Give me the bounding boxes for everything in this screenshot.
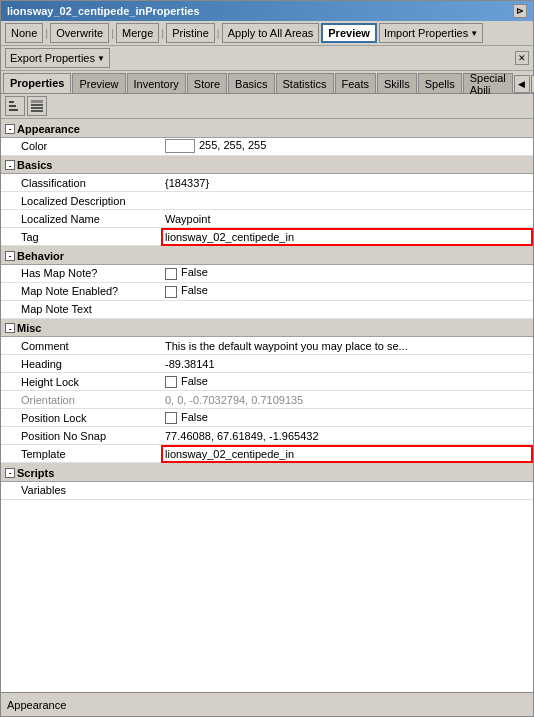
status-bar: Appearance xyxy=(1,692,533,716)
prop-value[interactable]: lionsway_02_centipede_in xyxy=(161,445,533,463)
prop-value[interactable]: False xyxy=(161,373,533,391)
prop-value[interactable]: 255, 255, 255 xyxy=(161,137,533,155)
tab-skills[interactable]: Skills xyxy=(377,73,417,93)
prop-name: Localized Name xyxy=(1,210,161,228)
section-toggle-appearance[interactable]: - Appearance xyxy=(5,123,80,135)
section-toggle-basics[interactable]: - Basics xyxy=(5,159,52,171)
prop-value[interactable] xyxy=(161,481,533,499)
table-row: Heading-89.38141 xyxy=(1,355,533,373)
svg-rect-6 xyxy=(31,110,43,112)
import-properties-button[interactable]: Import Properties ▼ xyxy=(379,23,483,43)
prop-value[interactable]: -89.38141 xyxy=(161,355,533,373)
prop-name: Comment xyxy=(1,337,161,355)
prop-value[interactable]: False xyxy=(161,282,533,300)
prop-name: Template xyxy=(1,445,161,463)
prop-name: Has Map Note? xyxy=(1,264,161,282)
tab-inventory[interactable]: Inventory xyxy=(127,73,186,93)
prop-value[interactable]: False xyxy=(161,409,533,427)
prop-name: Position No Snap xyxy=(1,427,161,445)
tab-special[interactable]: Special Abili xyxy=(463,73,513,93)
prop-value[interactable]: lionsway_02_centipede_in xyxy=(161,228,533,246)
checkbox[interactable] xyxy=(165,412,177,424)
prop-value[interactable]: This is the default waypoint you may pla… xyxy=(161,337,533,355)
section-toggle-behavior[interactable]: - Behavior xyxy=(5,250,64,262)
pristine-button[interactable]: Pristine xyxy=(166,23,215,43)
prop-value[interactable]: Waypoint xyxy=(161,210,533,228)
section-toggle-scripts[interactable]: - Scripts xyxy=(5,467,54,479)
svg-rect-4 xyxy=(31,104,43,106)
table-row: Map Note Text xyxy=(1,300,533,318)
pin-button[interactable]: ⊳ xyxy=(513,4,527,18)
tab-properties[interactable]: Properties xyxy=(3,73,71,93)
toggle-box: - xyxy=(5,251,15,261)
prop-name: Color xyxy=(1,137,161,155)
svg-rect-2 xyxy=(9,109,18,111)
prop-value[interactable] xyxy=(161,300,533,318)
tab-prev-button[interactable]: ◀ xyxy=(514,75,530,93)
prop-name: Position Lock xyxy=(1,409,161,427)
tab-feats[interactable]: Feats xyxy=(335,73,377,93)
sort-alpha-icon xyxy=(8,99,22,113)
checkbox[interactable] xyxy=(165,268,177,280)
export-properties-button[interactable]: Export Properties ▼ xyxy=(5,48,110,68)
sep3: | xyxy=(161,27,164,39)
svg-rect-3 xyxy=(31,100,43,103)
sort-category-button[interactable] xyxy=(27,96,47,116)
svg-rect-0 xyxy=(9,101,14,103)
toggle-box: - xyxy=(5,468,15,478)
tab-preview[interactable]: Preview xyxy=(72,73,125,93)
table-row: Map Note Enabled?False xyxy=(1,282,533,300)
table-row: Height LockFalse xyxy=(1,373,533,391)
toggle-box: - xyxy=(5,160,15,170)
table-row: Orientation0, 0, -0.7032794, 0.7109135 xyxy=(1,391,533,409)
import-arrow: ▼ xyxy=(470,29,478,38)
sep4: | xyxy=(217,27,220,39)
apply-all-button[interactable]: Apply to All Areas xyxy=(222,23,320,43)
color-swatch[interactable] xyxy=(165,139,195,153)
table-row: Color255, 255, 255 xyxy=(1,137,533,155)
section-header-behavior: - Behavior xyxy=(1,246,533,265)
sep2: | xyxy=(111,27,114,39)
title-bar-buttons: ⊳ xyxy=(513,4,527,18)
sep1: | xyxy=(45,27,48,39)
section-toggle-misc[interactable]: - Misc xyxy=(5,322,41,334)
merge-button[interactable]: Merge xyxy=(116,23,159,43)
tab-statistics[interactable]: Statistics xyxy=(276,73,334,93)
checkbox[interactable] xyxy=(165,376,177,388)
preview-button[interactable]: Preview xyxy=(321,23,377,43)
tab-basics[interactable]: Basics xyxy=(228,73,274,93)
table-row: Variables xyxy=(1,481,533,499)
prop-name: Heading xyxy=(1,355,161,373)
prop-name: Localized Description xyxy=(1,192,161,210)
checkbox[interactable] xyxy=(165,286,177,298)
section-header-misc: - Misc xyxy=(1,318,533,337)
close-panel-button[interactable]: ✕ xyxy=(515,51,529,65)
sort-category-icon xyxy=(30,99,44,113)
prop-name: Orientation xyxy=(1,391,161,409)
sort-alpha-button[interactable] xyxy=(5,96,25,116)
section-header-appearance: - Appearance xyxy=(1,119,533,137)
title-bar: lionsway_02_centipede_inProperties ⊳ xyxy=(1,1,533,21)
properties-table: - AppearanceColor255, 255, 255- BasicsCl… xyxy=(1,119,533,500)
prop-value[interactable]: {184337} xyxy=(161,174,533,192)
table-row: Templatelionsway_02_centipede_in xyxy=(1,445,533,463)
prop-name: Height Lock xyxy=(1,373,161,391)
prop-value[interactable]: False xyxy=(161,264,533,282)
prop-name: Classification xyxy=(1,174,161,192)
none-button[interactable]: None xyxy=(5,23,43,43)
toggle-box: - xyxy=(5,323,15,333)
table-row: Localized NameWaypoint xyxy=(1,210,533,228)
export-label: Export Properties xyxy=(10,52,95,64)
toggle-box: - xyxy=(5,124,15,134)
tab-spells[interactable]: Spells xyxy=(418,73,462,93)
section-header-scripts: - Scripts xyxy=(1,463,533,482)
overwrite-button[interactable]: Overwrite xyxy=(50,23,109,43)
prop-name: Variables xyxy=(1,481,161,499)
tab-store[interactable]: Store xyxy=(187,73,227,93)
prop-value[interactable]: 77.46088, 67.61849, -1.965432 xyxy=(161,427,533,445)
prop-value[interactable]: 0, 0, -0.7032794, 0.7109135 xyxy=(161,391,533,409)
prop-value[interactable] xyxy=(161,192,533,210)
properties-area: - AppearanceColor255, 255, 255- BasicsCl… xyxy=(1,119,533,692)
tab-nav: ◀ ▶ ✕ xyxy=(514,75,534,93)
main-window: lionsway_02_centipede_inProperties ⊳ Non… xyxy=(0,0,534,717)
